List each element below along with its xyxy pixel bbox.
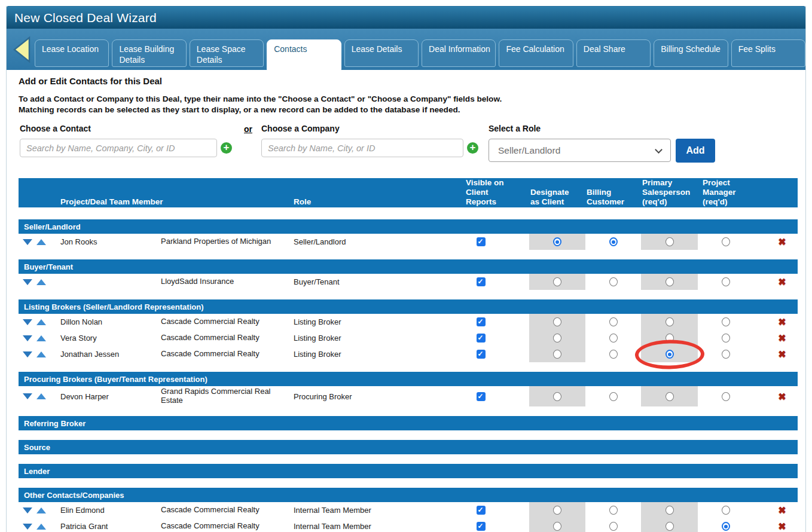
project-manager-radio[interactable]: [722, 506, 730, 515]
move-down-icon[interactable]: [23, 351, 32, 357]
visible-on-client-reports-checkbox[interactable]: [477, 277, 486, 286]
visible-on-client-reports-checkbox[interactable]: [477, 317, 486, 326]
move-up-icon[interactable]: [36, 239, 46, 245]
tab-lease-details[interactable]: Lease Details: [344, 39, 419, 67]
member-company: Parkland Properties of Michigan: [157, 234, 289, 250]
move-up-icon[interactable]: [36, 319, 46, 325]
move-down-icon[interactable]: [23, 524, 32, 530]
back-arrow-icon[interactable]: [11, 36, 32, 63]
chevron-down-icon: [655, 146, 663, 154]
section-bar: Seller/Landlord: [19, 219, 798, 234]
move-down-icon[interactable]: [23, 239, 32, 245]
role-select[interactable]: Seller/Landlord: [489, 139, 671, 162]
move-down-icon[interactable]: [23, 335, 32, 341]
designate-as-client-radio[interactable]: [553, 277, 561, 286]
or-label: or: [244, 124, 252, 134]
delete-icon[interactable]: ✖: [778, 236, 786, 247]
project-manager-radio[interactable]: [722, 350, 730, 359]
designate-as-client-radio[interactable]: [553, 522, 561, 531]
designate-as-client-radio[interactable]: [553, 334, 561, 343]
section-bar: Listing Brokers (Seller/Landlord Represe…: [19, 299, 798, 314]
designate-as-client-radio[interactable]: [553, 317, 561, 326]
primary-salesperson-radio[interactable]: [666, 506, 674, 515]
tab-lease-building-details[interactable]: Lease Building Details: [112, 39, 186, 67]
billing-customer-radio[interactable]: [609, 506, 618, 515]
designate-as-client-radio[interactable]: [553, 350, 561, 359]
delete-icon[interactable]: ✖: [778, 505, 786, 516]
billing-customer-radio[interactable]: [609, 277, 618, 286]
delete-icon[interactable]: ✖: [778, 332, 786, 344]
visible-on-client-reports-checkbox[interactable]: [477, 334, 486, 343]
delete-icon[interactable]: ✖: [778, 348, 786, 360]
visible-on-client-reports-checkbox[interactable]: [477, 237, 486, 246]
tab-lease-space-details[interactable]: Lease Space Details: [190, 39, 264, 67]
move-down-icon[interactable]: [23, 393, 32, 399]
tab-deal-information[interactable]: Deal Information: [422, 39, 496, 67]
billing-customer-radio[interactable]: [609, 350, 618, 359]
move-down-icon[interactable]: [23, 319, 32, 325]
tab-list: Lease Location Lease Building Details Le…: [35, 29, 805, 70]
project-manager-radio[interactable]: [722, 317, 730, 326]
tab-deal-share[interactable]: Deal Share: [576, 39, 651, 67]
billing-customer-radio[interactable]: [609, 317, 618, 326]
delete-icon[interactable]: ✖: [778, 521, 786, 532]
choose-contact-label: Choose a Contact: [20, 124, 232, 133]
member-company: Grand Rapids Commercial Real Estate: [157, 386, 289, 406]
delete-icon[interactable]: ✖: [778, 391, 786, 402]
member-company: LloydSadd Insurance: [157, 274, 289, 290]
move-down-icon[interactable]: [23, 279, 32, 285]
move-up-icon[interactable]: [36, 335, 46, 341]
table-row: Vera Story Cascade Commercial Realty Lis…: [19, 330, 798, 346]
billing-customer-radio[interactable]: [609, 522, 618, 531]
section-heading: Add or Edit Contacts for this Deal: [13, 76, 799, 86]
company-search-input[interactable]: [261, 139, 463, 157]
tab-fee-calculation[interactable]: Fee Calculation: [499, 39, 573, 67]
move-up-icon[interactable]: [36, 507, 46, 513]
project-manager-radio[interactable]: [722, 334, 730, 343]
billing-customer-radio[interactable]: [609, 237, 618, 246]
move-up-icon[interactable]: [36, 393, 46, 399]
primary-salesperson-radio[interactable]: [666, 522, 674, 531]
designate-as-client-radio[interactable]: [553, 392, 561, 401]
tab-billing-schedule[interactable]: Billing Schedule: [654, 39, 728, 67]
move-up-icon[interactable]: [36, 279, 46, 285]
designate-as-client-radio[interactable]: [553, 506, 561, 515]
delete-icon[interactable]: ✖: [778, 276, 786, 288]
visible-on-client-reports-checkbox[interactable]: [477, 522, 486, 531]
project-manager-radio[interactable]: [722, 277, 730, 286]
billing-customer-radio[interactable]: [609, 392, 618, 401]
visible-on-client-reports-checkbox[interactable]: [477, 506, 486, 515]
primary-salesperson-radio[interactable]: [666, 317, 674, 326]
page-title: New Closed Deal Wizard: [7, 11, 157, 25]
delete-icon[interactable]: ✖: [778, 316, 786, 328]
add-button[interactable]: Add: [676, 139, 715, 163]
visible-on-client-reports-checkbox[interactable]: [477, 350, 486, 359]
tab-contacts[interactable]: Contacts: [267, 39, 341, 70]
tab-lease-location[interactable]: Lease Location: [35, 39, 109, 67]
move-down-icon[interactable]: [23, 507, 32, 513]
instructions: To add a Contact or Company to this Deal…: [13, 94, 799, 115]
primary-salesperson-radio[interactable]: [666, 350, 674, 359]
section-source: Source: [19, 440, 798, 454]
member-role: Seller/Landlord: [289, 234, 450, 250]
designate-as-client-radio[interactable]: [553, 237, 561, 246]
member-role: Internal Team Member: [289, 502, 450, 518]
add-company-plus-icon[interactable]: +: [467, 142, 478, 154]
project-manager-radio[interactable]: [722, 522, 730, 531]
title-bar: New Closed Deal Wizard: [7, 6, 805, 29]
contact-search-input[interactable]: [20, 139, 217, 157]
primary-salesperson-radio[interactable]: [666, 277, 674, 286]
billing-customer-radio[interactable]: [609, 334, 618, 343]
tab-fee-splits[interactable]: Fee Splits: [731, 39, 805, 67]
project-manager-radio[interactable]: [722, 237, 730, 246]
primary-salesperson-radio[interactable]: [666, 237, 674, 246]
project-manager-radio[interactable]: [722, 392, 730, 401]
primary-salesperson-radio[interactable]: [666, 392, 674, 401]
visible-on-client-reports-checkbox[interactable]: [477, 392, 486, 401]
move-up-icon[interactable]: [36, 351, 46, 357]
member-name: Patricia Grant: [57, 518, 157, 532]
add-contact-plus-icon[interactable]: +: [221, 142, 232, 154]
move-up-icon[interactable]: [36, 524, 46, 530]
header-billing-customer: Billing Customer: [585, 178, 641, 210]
primary-salesperson-radio[interactable]: [666, 334, 674, 343]
